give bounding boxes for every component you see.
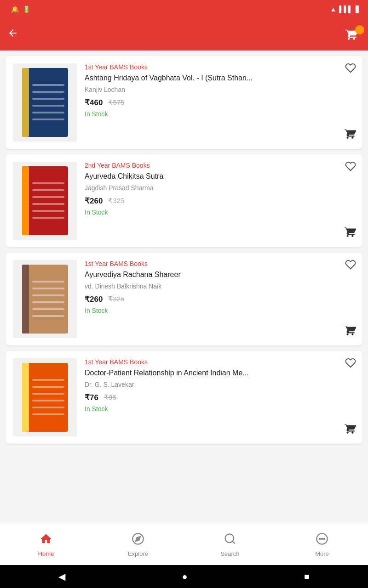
svg-line-35 — [232, 541, 235, 543]
svg-rect-5 — [32, 105, 64, 107]
book-prices-2: ₹260₹325 — [85, 196, 355, 206]
book-title-1: Ashtang Hridaya of Vagbhata Vol. - I (Su… — [85, 74, 355, 83]
wifi-icon: ▲ — [330, 6, 336, 13]
bottom-nav: HomeExploreSearchMore — [0, 524, 368, 565]
wishlist-button-4[interactable] — [345, 357, 356, 371]
add-to-cart-button-1[interactable] — [344, 128, 356, 142]
current-price-2: ₹260 — [85, 196, 103, 206]
battery-status: ▋ — [356, 6, 361, 13]
svg-rect-12 — [32, 196, 64, 198]
book-image-2 — [13, 162, 77, 240]
svg-rect-19 — [32, 288, 64, 289]
svg-point-34 — [225, 534, 234, 543]
status-right: ▲ ▌▌▌ ▋ — [330, 6, 361, 13]
book-card-4[interactable]: 1st Year BAMS BooksDoctor-Patient Relati… — [6, 351, 362, 444]
add-to-cart-button-3[interactable] — [344, 324, 356, 339]
notification-icon: 🔔 — [11, 6, 19, 13]
home-icon — [40, 532, 52, 548]
search-label: Search — [220, 550, 239, 557]
stock-status-4: In Stock — [85, 405, 355, 413]
book-card-2[interactable]: 2nd Year BAMS BooksAyurveda Chikitsa Sut… — [6, 154, 362, 247]
svg-rect-2 — [32, 84, 64, 86]
more-label: More — [315, 550, 329, 557]
book-category-1: 1st Year BAMS Books — [85, 63, 355, 71]
back-system-button[interactable]: ◀ — [58, 571, 65, 582]
current-price-3: ₹260 — [85, 294, 103, 304]
book-category-4: 1st Year BAMS Books — [85, 358, 355, 366]
svg-rect-21 — [32, 301, 64, 303]
wishlist-button-1[interactable] — [345, 62, 356, 76]
nav-item-home[interactable]: Home — [0, 532, 92, 557]
book-category-2: 2nd Year BAMS Books — [85, 162, 355, 169]
svg-rect-18 — [32, 281, 64, 283]
book-title-4: Doctor-Patient Relationship in Ancient I… — [85, 368, 355, 378]
book-info-1: 1st Year BAMS BooksAshtang Hridaya of Va… — [85, 63, 355, 141]
status-bar: 🔔 🔋 ▲ ▌▌▌ ▋ — [0, 0, 368, 18]
original-price-1: ₹575 — [108, 98, 124, 107]
book-prices-4: ₹76₹95 — [85, 393, 355, 402]
book-author-1: Kanjiv Lochan — [85, 86, 355, 93]
book-author-3: vd. Dinesh Balkrishna Naik — [85, 283, 355, 290]
wishlist-button-3[interactable] — [345, 259, 356, 273]
svg-rect-11 — [32, 189, 64, 191]
book-prices-1: ₹460₹575 — [85, 98, 355, 107]
back-button[interactable] — [7, 28, 26, 42]
svg-rect-3 — [32, 91, 64, 93]
nav-item-search[interactable]: Search — [184, 532, 276, 557]
svg-rect-29 — [32, 400, 64, 401]
book-info-3: 1st Year BAMS BooksAyurvediya Rachana Sh… — [85, 260, 355, 338]
svg-rect-10 — [32, 182, 64, 184]
svg-rect-1 — [22, 68, 29, 137]
book-image-3 — [13, 260, 77, 338]
svg-rect-20 — [32, 294, 64, 296]
battery-icon: 🔋 — [23, 6, 30, 13]
svg-point-38 — [319, 538, 320, 539]
svg-rect-31 — [32, 413, 64, 415]
book-image-1 — [13, 63, 77, 141]
svg-rect-13 — [32, 203, 64, 205]
nav-item-more[interactable]: More — [276, 532, 368, 557]
stock-status-3: In Stock — [85, 307, 355, 314]
wishlist-button-2[interactable] — [345, 161, 356, 175]
book-image-4 — [13, 358, 77, 436]
search-icon — [224, 532, 236, 548]
nav-item-explore[interactable]: Explore — [92, 532, 184, 557]
original-price-4: ₹95 — [104, 393, 116, 401]
book-list: 1st Year BAMS BooksAshtang Hridaya of Va… — [0, 51, 368, 485]
book-info-2: 2nd Year BAMS BooksAyurveda Chikitsa Sut… — [85, 162, 355, 240]
recent-system-button[interactable]: ■ — [304, 571, 310, 582]
svg-rect-23 — [32, 315, 64, 317]
system-nav-bar: ◀ ● ■ — [0, 565, 368, 588]
more-icon — [316, 532, 328, 548]
book-card-1[interactable]: 1st Year BAMS BooksAshtang Hridaya of Va… — [6, 56, 362, 149]
book-author-2: Jagdish Prasad Sharma — [85, 184, 355, 192]
svg-rect-27 — [32, 386, 64, 388]
svg-rect-7 — [32, 119, 64, 120]
cart-badge — [355, 25, 364, 34]
add-to-cart-button-4[interactable] — [344, 423, 356, 437]
top-bar — [0, 18, 368, 51]
book-prices-3: ₹260₹325 — [85, 294, 355, 304]
svg-rect-26 — [32, 379, 64, 381]
svg-point-39 — [324, 538, 325, 539]
book-title-2: Ayurveda Chikitsa Sutra — [85, 172, 355, 181]
explore-label: Explore — [128, 550, 148, 557]
cart-button[interactable] — [342, 28, 361, 41]
svg-rect-17 — [22, 265, 29, 334]
book-title-3: Ayurvediya Rachana Shareer — [85, 270, 355, 280]
home-system-button[interactable]: ● — [182, 571, 187, 582]
book-author-4: Dr. G. S. Lavekar — [85, 381, 355, 388]
home-label: Home — [38, 550, 54, 557]
svg-rect-15 — [32, 217, 64, 219]
book-category-3: 1st Year BAMS Books — [85, 260, 355, 267]
explore-icon — [132, 532, 144, 548]
svg-point-37 — [322, 538, 322, 539]
svg-marker-33 — [136, 537, 140, 541]
add-to-cart-button-2[interactable] — [344, 226, 356, 241]
book-card-3[interactable]: 1st Year BAMS BooksAyurvediya Rachana Sh… — [6, 253, 362, 345]
book-info-4: 1st Year BAMS BooksDoctor-Patient Relati… — [85, 358, 355, 436]
svg-rect-6 — [32, 112, 64, 113]
signal-icon: ▌▌▌ — [339, 6, 353, 13]
svg-rect-30 — [32, 407, 64, 408]
original-price-3: ₹325 — [108, 295, 124, 303]
